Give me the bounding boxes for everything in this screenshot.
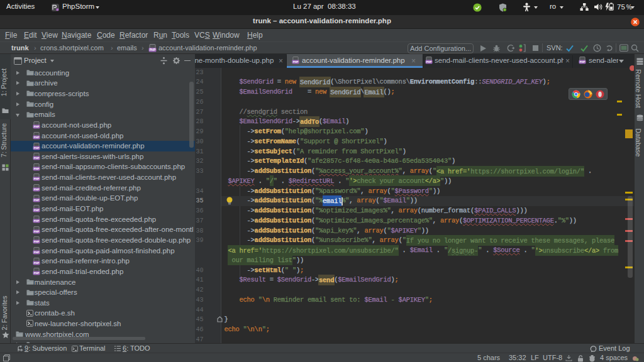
svg-text:PHP: PHP [34, 251, 40, 254]
svg-text:PHP: PHP [34, 261, 40, 265]
svg-text:PHP: PHP [34, 136, 40, 139]
svg-text:PHP: PHP [34, 230, 40, 233]
svg-text:PHP: PHP [150, 48, 155, 52]
svg-text:PHP: PHP [34, 241, 40, 244]
svg-text:PHP: PHP [34, 167, 40, 170]
svg-text:PHP: PHP [34, 272, 40, 275]
svg-text:PHP: PHP [34, 146, 40, 150]
svg-text:PHP: PHP [34, 219, 40, 222]
svg-text:PHP: PHP [34, 157, 40, 160]
svg-text:PHP: PHP [34, 126, 40, 129]
svg-text:PHP: PHP [34, 178, 40, 181]
svg-text:PHP: PHP [34, 199, 40, 202]
svg-text:PHP: PHP [34, 209, 40, 212]
svg-text:PHP: PHP [34, 188, 40, 191]
